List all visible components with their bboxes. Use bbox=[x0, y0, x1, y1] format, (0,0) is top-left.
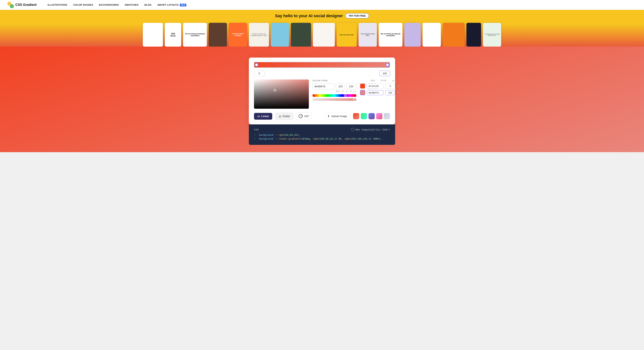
css-prop-1: background bbox=[259, 134, 273, 136]
stop-end-input[interactable]: 100 bbox=[380, 71, 390, 76]
stop2-delete-button[interactable]: ✕ bbox=[397, 91, 399, 94]
gradient-editor: 0 100 COLOR CODE #e9867d 233 134 bbox=[249, 57, 395, 124]
logo-text: CSS Gradient bbox=[15, 3, 36, 7]
hero-card-evolution: The evolution of the DF-1 bbox=[358, 23, 377, 46]
stop1-hex-input[interactable] bbox=[367, 84, 384, 89]
nav-logo[interactable]: CSS Gradient bbox=[7, 2, 36, 8]
gradient-bg-section: 0 100 COLOR CODE #e9867d 233 134 bbox=[0, 46, 644, 152]
nav-link-color-shades[interactable]: COLOR SHADES bbox=[73, 3, 93, 6]
nav-link-blog[interactable]: BLOG bbox=[144, 3, 152, 6]
gradient-bar[interactable] bbox=[254, 62, 390, 68]
nav-links: ILLUSTRATIONS COLOR SHADES BACKGROUNDS S… bbox=[48, 3, 186, 6]
radial-icon: ◎ bbox=[279, 114, 281, 118]
hue-slider[interactable] bbox=[312, 94, 356, 97]
alpha-slider[interactable] bbox=[312, 98, 356, 101]
hero-card-jan: JAN20-22 bbox=[165, 23, 181, 46]
max-compat-label: Max Compatibility (IE6+) bbox=[356, 128, 390, 131]
css-line-1: 1 background : rgb(242,65,32); bbox=[254, 134, 390, 136]
hero-card-yourbrand bbox=[271, 23, 289, 46]
css-line-2: 2 background : linear-gradient(163deg, r… bbox=[254, 137, 390, 140]
stops-header: HEX STOP @ bbox=[360, 79, 400, 82]
navbar: CSS Gradient ILLUSTRATIONS COLOR SHADES … bbox=[0, 0, 644, 10]
radial-button[interactable]: ◎ Radial bbox=[275, 113, 293, 120]
logo-circles bbox=[7, 2, 14, 8]
r-input[interactable]: 233 bbox=[336, 83, 345, 89]
hero-card-quote: "If everything seems under control, you'… bbox=[483, 23, 501, 46]
gradient-handle-right[interactable] bbox=[386, 63, 389, 67]
stop2-num-input[interactable] bbox=[385, 90, 395, 95]
nav-link-smart-layouts[interactable]: SMART LAYOUTSNEW bbox=[158, 3, 186, 6]
preset-5[interactable] bbox=[384, 113, 390, 119]
preset-3[interactable] bbox=[368, 113, 375, 119]
stop1-swatch[interactable] bbox=[360, 83, 365, 89]
hero-headline: Say hello to your AI social designer bbox=[275, 13, 343, 18]
css-val-1: : rgb(242,65,32); bbox=[276, 134, 300, 136]
angle-circle-icon bbox=[298, 114, 302, 118]
stop-values-row: 0 100 bbox=[254, 71, 390, 76]
hero-card-visioncamp: VISIONCAMP® GUIDES bbox=[229, 23, 247, 46]
color-spectrum[interactable] bbox=[254, 79, 309, 109]
stops-col-stop: STOP bbox=[381, 79, 387, 82]
circle-green bbox=[10, 4, 14, 8]
preset-swatches bbox=[353, 113, 390, 119]
stop1-delete-button[interactable]: ✕ bbox=[397, 84, 399, 88]
hero-card-lavender bbox=[404, 23, 421, 46]
preset-2[interactable] bbox=[361, 113, 367, 119]
stop-row-2: ✕ bbox=[360, 90, 400, 95]
label-hex: HEX bbox=[336, 90, 340, 92]
stops-col-at: @ bbox=[392, 79, 394, 82]
hero-card-hiring: We are Hiring QA Manual Automation bbox=[183, 23, 207, 46]
hero-cards: JAN20-22 We are Hiring QA Manual Automat… bbox=[0, 21, 644, 46]
css-val-2: : linear-gradient(163deg, rgba(242,65,32… bbox=[276, 137, 382, 140]
gradient-handle-left[interactable] bbox=[255, 63, 258, 67]
label-b: B bbox=[350, 90, 352, 92]
stop2-hex-input[interactable] bbox=[367, 90, 384, 95]
upload-image-button[interactable]: ⬆ Upload Image bbox=[324, 113, 350, 119]
preset-1[interactable] bbox=[353, 113, 359, 119]
stop2-swatch[interactable] bbox=[360, 90, 365, 95]
label-g: G bbox=[346, 90, 348, 92]
spectrum-overlay bbox=[254, 79, 309, 109]
bottom-row: ▭ Linear ◎ Radial 163° ⬆ Upload Image bbox=[254, 112, 390, 120]
nav-link-backgrounds[interactable]: BACKGROUNDS bbox=[99, 3, 119, 6]
color-code-label: COLOR CODE bbox=[312, 79, 356, 82]
picker-row: COLOR CODE #e9867d 233 134 125 100 HEX R… bbox=[254, 79, 390, 109]
label-a: A bbox=[354, 90, 356, 92]
hero-card-brown bbox=[209, 23, 227, 46]
g-input[interactable]: 134 bbox=[346, 83, 356, 89]
hue-thumb[interactable] bbox=[344, 94, 346, 97]
stop-start-input[interactable]: 0 bbox=[254, 71, 264, 76]
angle-line-icon bbox=[300, 115, 302, 117]
hero-card-white bbox=[143, 23, 163, 46]
hero-card-watch bbox=[291, 23, 311, 46]
hero-card-coffee bbox=[313, 23, 335, 46]
nav-link-illustrations[interactable]: ILLUSTRATIONS bbox=[48, 3, 67, 6]
compat-checkbox[interactable] bbox=[351, 128, 354, 131]
stop1-num-input[interactable] bbox=[385, 84, 395, 89]
linear-button[interactable]: ▭ Linear bbox=[254, 113, 272, 120]
max-compat-row: Max Compatibility (IE6+) bbox=[351, 128, 390, 131]
try-free-button[interactable]: TRY FOR FREE bbox=[346, 13, 369, 18]
hero-card-dark bbox=[466, 23, 481, 46]
alpha-thumb[interactable] bbox=[353, 98, 355, 101]
spectrum-cursor[interactable] bbox=[274, 89, 276, 91]
gradient-bar-wrapper bbox=[254, 62, 390, 68]
linear-icon: ▭ bbox=[257, 114, 260, 118]
channel-labels: HEX R G B A bbox=[336, 90, 356, 92]
hex-input-main[interactable]: #e9867d bbox=[312, 83, 334, 89]
color-code-panel: COLOR CODE #e9867d 233 134 125 100 HEX R… bbox=[312, 79, 356, 101]
label-r: R bbox=[342, 90, 344, 92]
css-panel-header: CSS Max Compatibility (IE6+) bbox=[254, 128, 390, 131]
css-label: CSS bbox=[254, 128, 259, 131]
hero-card-yourbrand2 bbox=[422, 23, 441, 46]
hex-row: #e9867d 233 134 125 100 bbox=[312, 83, 356, 89]
angle-button[interactable]: 163° bbox=[296, 112, 312, 120]
nav-link-swatches[interactable]: SWATCHES bbox=[125, 3, 138, 6]
upload-icon: ⬆ bbox=[328, 115, 330, 118]
hero-card-hiring2: We are Hiring QA Manual Automation bbox=[379, 23, 402, 46]
css-prop-2: background bbox=[259, 137, 273, 140]
preset-4[interactable] bbox=[376, 113, 382, 119]
css-panel: CSS Max Compatibility (IE6+) 1 backgroun… bbox=[249, 124, 395, 145]
hero-headline-row: Say hello to your AI social designer TRY… bbox=[0, 13, 644, 18]
hero-card-travel: "My trip to Japan was incredible thanks … bbox=[249, 23, 269, 46]
